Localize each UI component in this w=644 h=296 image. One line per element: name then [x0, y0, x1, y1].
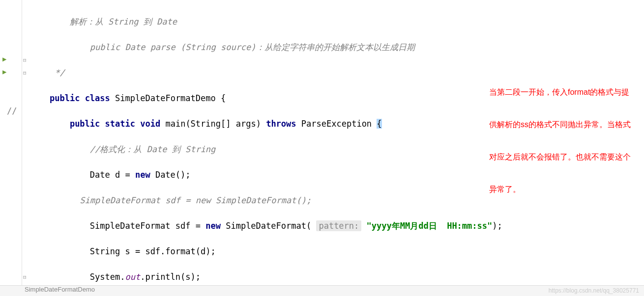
brace-highlight: { [377, 119, 381, 129]
keyword: static [105, 119, 135, 129]
class-name: SimpleDateFormatDemo { [115, 93, 226, 103]
exception: ParseException [301, 119, 377, 129]
fold-icon[interactable]: ⊟ [23, 57, 27, 63]
keyword: void [140, 119, 160, 129]
keyword: new [205, 221, 221, 231]
comment-text: public Date parse (String source)：从给定字符串… [29, 42, 415, 52]
run-icon[interactable]: ▶ [2, 55, 6, 63]
run-icon[interactable]: ▶ [2, 68, 6, 76]
code-text: Date d = [29, 170, 135, 180]
fold-gutter: ⊟ ⊟ ⊟ [22, 0, 29, 296]
code-text: String s = sdf.format(d); [29, 246, 216, 256]
method-sig: main(String[] args) [165, 119, 266, 129]
string-literal: "yyyy年MM月dd日 HH:mm:ss" [367, 221, 493, 231]
code-text: SimpleDateFormat( [221, 221, 316, 231]
code-text: Date(); [150, 170, 191, 180]
comment-text: SimpleDateFormat sdf = new SimpleDateFor… [29, 195, 311, 205]
annotation-line: 异常了。 [489, 184, 637, 195]
code-text: SimpleDateFormat sdf = [29, 221, 205, 231]
watermark: https://blog.csdn.net/qq_38025771 [549, 287, 639, 294]
gutter: ▶ ▶ [0, 0, 22, 296]
annotation-line: 对应之后就不会报错了。也就不需要这个 [489, 152, 637, 162]
code-text: ); [492, 221, 502, 231]
field: out [125, 272, 140, 282]
tab-label[interactable]: SimpleDateFormatDemo [25, 286, 95, 293]
code-text: System. [29, 272, 125, 282]
keyword: public [50, 93, 80, 103]
comment-marker: // [7, 105, 17, 117]
comment-text: //格式化：从 Date 到 String [29, 144, 215, 154]
fold-icon[interactable]: ⊟ [23, 274, 27, 280]
keyword: throws [266, 119, 296, 129]
code-text: .println(s); [140, 272, 201, 282]
comment-text: */ [29, 68, 65, 78]
keyword: class [85, 93, 110, 103]
code-area[interactable]: 解析：从 String 到 Date public Date parse (St… [29, 0, 644, 296]
annotation-overlay: 当第二段一开始，传入format的格式与提 供解析的ss的格式不同抛出异常。当格… [489, 65, 637, 216]
comment-text: 解析：从 String 到 Date [29, 17, 177, 27]
bottom-tab-bar: SimpleDateFormatDemo [0, 285, 644, 296]
keyword: public [70, 119, 100, 129]
param-hint: pattern: [316, 220, 361, 231]
annotation-line: 供解析的ss的格式不同抛出异常。当格式 [489, 119, 637, 130]
editor-container: ▶ ▶ ⊟ ⊟ ⊟ 解析：从 String 到 Date public Date… [0, 0, 644, 296]
keyword: new [135, 170, 150, 180]
annotation-line: 当第二段一开始，传入format的格式与提 [489, 87, 637, 98]
fold-icon[interactable]: ⊟ [23, 70, 27, 76]
